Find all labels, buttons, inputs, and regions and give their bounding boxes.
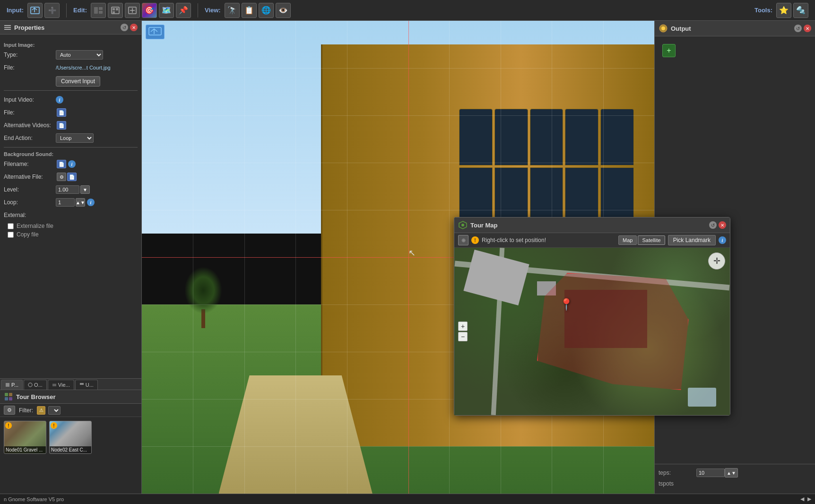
panel-controls: ↺ ✕ — [121, 24, 138, 31]
tour-thumb-node01[interactable]: ! Node01 Gravel ... — [4, 421, 46, 454]
steps-input[interactable] — [696, 469, 725, 477]
externalize-label: Externalize file — [17, 223, 53, 229]
scroll-left-btn[interactable]: ◀ — [800, 496, 804, 502]
tour-map-close-btn[interactable]: ✕ — [719, 221, 726, 229]
map-btn[interactable]: Map — [618, 235, 637, 245]
edit-btn-1[interactable] — [91, 3, 106, 18]
video-file-browse-btn[interactable]: 📄 — [57, 108, 66, 117]
level-input[interactable] — [56, 185, 79, 194]
output-header-left: Output — [659, 24, 691, 33]
edit-btn-3[interactable] — [125, 3, 140, 18]
copy-file-checkbox[interactable] — [8, 232, 14, 238]
view-btn-1[interactable]: 🔭 — [225, 3, 240, 18]
loop-info-icon[interactable]: i — [87, 199, 95, 206]
tools-btn-2[interactable]: 🔩 — [793, 3, 808, 18]
thumb-node02-warning: ! — [51, 422, 57, 429]
filter-select[interactable] — [48, 406, 61, 415]
add-output-btn[interactable]: + — [662, 44, 676, 57]
copy-file-row: Copy file — [8, 231, 138, 238]
filter-add-icon[interactable]: ⚙ — [4, 406, 15, 415]
tab-o[interactable]: O... — [24, 380, 47, 390]
map-hint-warning-icon: ! — [471, 236, 479, 244]
map-zoom-out-btn[interactable]: − — [458, 332, 468, 341]
sep-1 — [4, 90, 138, 91]
satellite-map: 📍 + − ✛ — [454, 248, 730, 415]
add-output-area: + — [655, 36, 815, 65]
properties-header-left: Properties — [4, 24, 44, 31]
alt-file-browse-btn[interactable]: 📄 — [67, 173, 77, 181]
window-2 — [494, 109, 528, 166]
view-label: View: — [205, 7, 221, 14]
type-select[interactable]: Auto Spherical Cubic — [56, 50, 103, 60]
edit-btn-5[interactable]: 🗺️ — [159, 3, 174, 18]
svg-rect-21 — [5, 393, 8, 396]
map-controls-right: Map Satellite Pick Landmark i — [618, 235, 726, 245]
view-btn-4[interactable]: 👁️ — [276, 3, 291, 18]
convert-row: Convert Input — [4, 75, 138, 87]
view-btn-3[interactable]: 🌐 — [259, 3, 274, 18]
edit-btn-2[interactable] — [108, 3, 123, 18]
level-row: Level: ▼ — [4, 184, 138, 195]
output-close-btn[interactable]: ✕ — [804, 25, 811, 32]
output-refresh-btn[interactable]: ↺ — [794, 25, 802, 32]
properties-scroll[interactable]: Input Image: Type: Auto Spherical Cubic … — [0, 35, 141, 378]
svg-rect-25 — [149, 27, 161, 35]
map-content[interactable]: 📍 + − ✛ Google Map Data 10 m — [454, 248, 730, 415]
level-label: Level: — [4, 186, 56, 193]
input-video-info-icon[interactable]: i — [56, 96, 63, 104]
edit-btn-4[interactable]: 🎯 — [142, 3, 157, 18]
left-tabs: P... O... Vie... U... — [0, 378, 141, 390]
video-file-label: File: — [4, 109, 56, 116]
map-info-icon[interactable]: i — [719, 236, 726, 244]
svg-rect-18 — [52, 385, 56, 386]
tab-p-label: P... — [11, 382, 18, 388]
tab-vie[interactable]: Vie... — [48, 380, 74, 390]
loop-input[interactable] — [56, 198, 75, 207]
alt-videos-browse-btn[interactable]: 📄 — [57, 121, 66, 130]
filter-warning-btn[interactable]: ⚠ — [37, 406, 45, 415]
tour-map-header-left: Tour Map — [458, 220, 498, 230]
tour-browser-title: Tour Browser — [16, 393, 56, 400]
thumb-node02-label: Node02 East C... — [50, 446, 91, 453]
tab-u[interactable]: U... — [75, 380, 98, 390]
map-compass[interactable]: ✛ — [708, 252, 725, 269]
tools-btn-1[interactable]: ⭐ — [776, 3, 791, 18]
edit-btn-6[interactable]: 📌 — [176, 3, 191, 18]
map-zoom-in-btn[interactable]: + — [458, 322, 468, 331]
level-stepper-btn[interactable]: ▼ — [80, 185, 90, 194]
view-btn-2[interactable]: 📋 — [242, 3, 257, 18]
tour-thumb-node02[interactable]: ! Node02 East C... — [49, 421, 92, 454]
filename-browse-btn[interactable]: 📄 — [57, 160, 66, 168]
filename-label: Filename: — [4, 161, 56, 167]
end-action-select[interactable]: Loop Stop Next — [56, 133, 94, 143]
image-input-icon[interactable] — [146, 25, 165, 39]
window-8 — [530, 167, 564, 225]
svg-point-16 — [28, 383, 32, 387]
map-crosshair-btn[interactable]: ⊕ — [458, 235, 468, 245]
pick-landmark-btn[interactable]: Pick Landmark — [668, 235, 716, 245]
svg-rect-15 — [6, 383, 9, 387]
input-btn-2[interactable]: ➕ — [44, 3, 60, 18]
filename-info-icon[interactable]: i — [68, 160, 76, 168]
view-section: View: 🔭 📋 🌐 👁️ — [202, 3, 294, 18]
convert-input-btn[interactable]: Convert Input — [56, 76, 100, 87]
properties-refresh-btn[interactable]: ↺ — [121, 24, 128, 31]
status-bar-right: ◀ ▶ — [800, 496, 811, 502]
sep-2 — [4, 147, 138, 148]
tab-p[interactable]: P... — [1, 380, 23, 390]
tree-canopy — [184, 267, 222, 314]
sep-1 — [66, 3, 67, 17]
loop-stepper-btn[interactable]: ▲▼ — [76, 198, 85, 207]
alt-file-row: Alternative File: ⚙ 📄 — [4, 172, 138, 182]
alt-file-gear-btn[interactable]: ⚙ — [57, 173, 66, 181]
map-pin[interactable]: 📍 — [559, 298, 573, 311]
steps-stepper-btn[interactable]: ▲▼ — [725, 468, 738, 478]
tour-map-refresh-btn[interactable]: ↺ — [709, 221, 717, 229]
input-btn-1[interactable] — [27, 3, 43, 18]
satellite-btn[interactable]: Satellite — [638, 235, 665, 245]
scroll-right-btn[interactable]: ▶ — [807, 496, 811, 502]
tab-u-label: U... — [86, 382, 94, 388]
properties-header: Properties ↺ ✕ — [0, 21, 141, 35]
properties-close-btn[interactable]: ✕ — [130, 24, 138, 31]
externalize-checkbox[interactable] — [8, 223, 14, 229]
